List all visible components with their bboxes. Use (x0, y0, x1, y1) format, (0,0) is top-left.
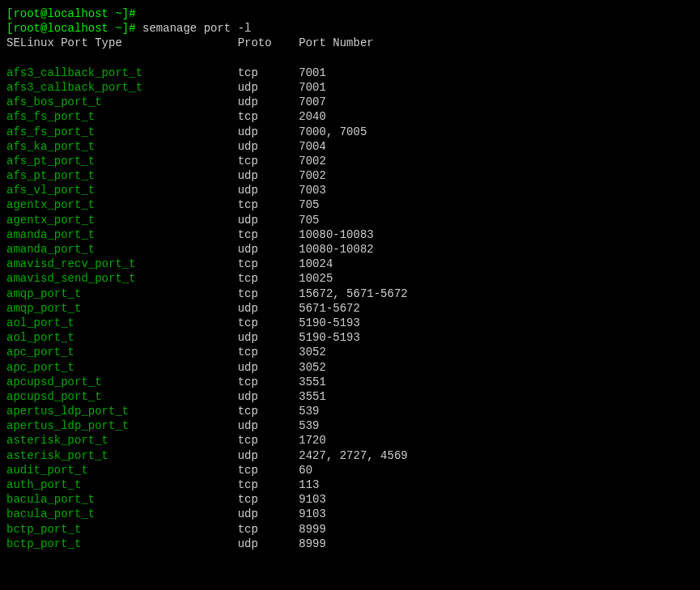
port-type-cell: afs3_callback_port_t (6, 66, 238, 79)
port-type-cell: bctp_port_t (6, 537, 238, 550)
port-number-cell: 7007 (299, 96, 326, 108)
port-number-cell: 539 (299, 419, 319, 432)
table-row: afs_pt_port_t tcp 7002 (6, 154, 694, 168)
port-type-cell: audit_port_t (6, 464, 238, 477)
port-number-cell: 2427, 2727, 4569 (299, 449, 407, 462)
port-type-cell: amavisd_send_port_t (6, 272, 238, 285)
table-row: amanda_port_t tcp 10080-10083 (6, 227, 694, 242)
table-row: aol_port_t tcp 5190-5193 (6, 316, 694, 330)
proto-cell: tcp (238, 287, 299, 300)
table-row: afs_ka_port_t udp 7004 (6, 139, 694, 154)
proto-cell: udp (238, 81, 299, 94)
table-row: amavisd_recv_port_t tcp 10024 (6, 257, 694, 271)
port-type-cell: apcupsd_port_t (6, 390, 238, 403)
proto-cell: tcp (238, 346, 299, 359)
port-number-cell: 9103 (299, 507, 326, 520)
proto-cell: udp (238, 419, 299, 432)
table-row: asterisk_port_t tcp 1720 (6, 433, 694, 448)
port-number-cell: 5190-5193 (299, 316, 360, 329)
port-number-cell: 3551 (299, 390, 326, 403)
table-row: amqp_port_t udp 5671-5672 (6, 301, 694, 316)
command-text: semanage port -l (136, 22, 252, 35)
table-row: auth_port_t tcp 113 (6, 478, 694, 492)
proto-cell: tcp (238, 257, 299, 270)
proto-cell: udp (238, 537, 299, 550)
port-number-cell: 8999 (299, 537, 326, 550)
port-type-cell: amanda_port_t (6, 228, 238, 241)
table-header: SELinux Port Type Proto Port Number (6, 36, 694, 50)
proto-cell: tcp (238, 228, 299, 241)
port-type-cell: aol_port_t (6, 331, 238, 344)
port-number-cell: 7000, 7005 (299, 125, 367, 138)
port-number-cell: 3052 (299, 361, 326, 374)
port-type-cell: afs_bos_port_t (6, 96, 238, 108)
table-row: apcupsd_port_t tcp 3551 (6, 375, 694, 389)
table-row: bacula_port_t udp 9103 (6, 507, 694, 521)
port-number-cell: 705 (299, 198, 319, 211)
port-number-cell: 113 (299, 478, 319, 491)
port-type-cell: asterisk_port_t (6, 449, 238, 462)
proto-cell: tcp (238, 66, 299, 79)
proto-cell: udp (238, 243, 299, 256)
table-row: apc_port_t udp 3052 (6, 360, 694, 375)
prompt-line-1: [root@localhost ~]# (6, 6, 694, 21)
port-number-cell: 7001 (299, 81, 326, 94)
table-row: afs_bos_port_t udp 7007 (6, 95, 694, 109)
port-number-cell: 7003 (299, 184, 326, 197)
table-row: apertus_ldp_port_t udp 539 (6, 418, 694, 433)
port-number-cell: 539 (299, 405, 319, 418)
port-number-cell: 2040 (299, 110, 326, 123)
proto-cell: udp (238, 184, 299, 197)
port-number-cell: 705 (299, 214, 319, 227)
port-type-cell: amqp_port_t (6, 302, 238, 315)
port-type-cell: afs_ka_port_t (6, 140, 238, 153)
prompt-prefix: [root@localhost ~]# (6, 7, 136, 20)
port-number-cell: 8999 (299, 523, 326, 536)
proto-cell: tcp (238, 198, 299, 211)
port-type-cell: afs3_callback_port_t (6, 81, 238, 94)
table-row: audit_port_t tcp 60 (6, 463, 694, 478)
header-col3: Port Number (299, 36, 373, 49)
table-row: agentx_port_t tcp 705 (6, 197, 694, 212)
port-type-cell: afs_pt_port_t (6, 155, 238, 168)
port-number-cell: 3052 (299, 346, 326, 359)
port-number-cell: 10080-10083 (299, 228, 373, 241)
proto-cell: udp (238, 140, 299, 153)
proto-cell: tcp (238, 110, 299, 123)
header-col2: Proto (238, 36, 299, 49)
port-number-cell: 10025 (299, 272, 333, 285)
proto-cell: udp (238, 96, 299, 108)
port-type-cell: amqp_port_t (6, 287, 238, 300)
proto-cell: tcp (238, 523, 299, 536)
port-type-cell: agentx_port_t (6, 214, 238, 227)
port-number-cell: 60 (299, 464, 312, 477)
port-number-cell: 15672, 5671-5672 (299, 287, 407, 300)
port-type-cell: apcupsd_port_t (6, 376, 238, 388)
proto-cell: tcp (238, 316, 299, 329)
table-row: afs_fs_port_t udp 7000, 7005 (6, 125, 694, 139)
table-row: agentx_port_t udp 705 (6, 213, 694, 227)
port-type-cell: afs_fs_port_t (6, 125, 238, 138)
port-type-cell: afs_fs_port_t (6, 110, 238, 123)
table-row: afs3_callback_port_t tcp 7001 (6, 66, 694, 80)
table-row: apertus_ldp_port_t tcp 539 (6, 404, 694, 418)
prompt-line-2[interactable]: [root@localhost ~]# semanage port -l (6, 21, 694, 36)
table-row: afs_vl_port_t udp 7003 (6, 183, 694, 197)
table-row: amqp_port_t tcp 15672, 5671-5672 (6, 287, 694, 301)
proto-cell: udp (238, 449, 299, 462)
proto-cell: udp (238, 331, 299, 344)
table-row: amanda_port_t udp 10080-10082 (6, 242, 694, 257)
proto-cell: tcp (238, 478, 299, 491)
proto-cell: tcp (238, 376, 299, 388)
port-type-cell: agentx_port_t (6, 198, 238, 211)
port-type-cell: aol_port_t (6, 316, 238, 329)
table-row: bacula_port_t tcp 9103 (6, 492, 694, 507)
port-type-cell: afs_vl_port_t (6, 184, 238, 197)
port-type-cell: apertus_ldp_port_t (6, 405, 238, 418)
proto-cell: udp (238, 507, 299, 520)
proto-cell: tcp (238, 405, 299, 418)
port-number-cell: 5671-5672 (299, 302, 360, 315)
proto-cell: udp (238, 390, 299, 403)
port-type-cell: bacula_port_t (6, 493, 238, 506)
table-row: apcupsd_port_t udp 3551 (6, 389, 694, 404)
